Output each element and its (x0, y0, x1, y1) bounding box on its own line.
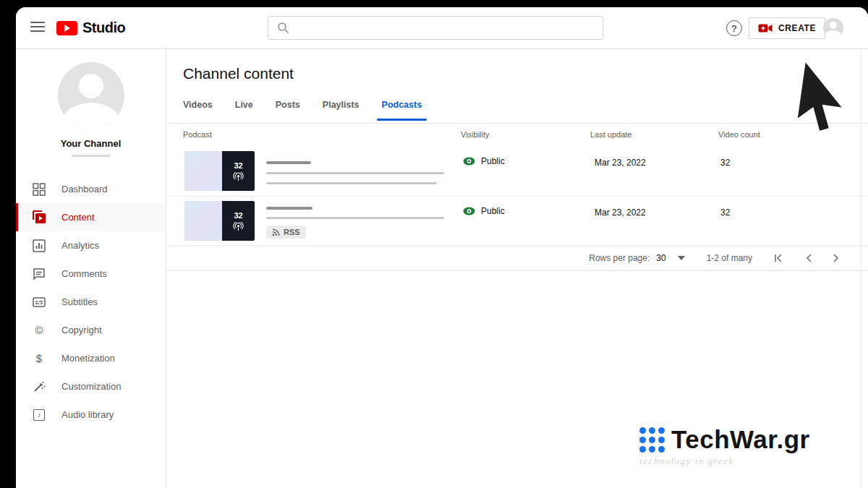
customization-icon (32, 380, 46, 394)
description-placeholder (266, 217, 444, 219)
help-icon: ? (731, 23, 737, 34)
last-update-value: Mar 23, 2022 (595, 207, 646, 218)
copyright-icon: © (32, 323, 46, 338)
podcast-icon (233, 222, 244, 231)
episode-count: 32 (234, 161, 242, 170)
first-page-icon (774, 254, 784, 262)
mouse-cursor-arrow-icon (793, 61, 859, 148)
create-button[interactable]: CREATE (749, 17, 825, 39)
sidebar-item-audio-library[interactable]: ♪ Audio library (16, 401, 166, 429)
column-header-visibility: Visibility (461, 130, 490, 139)
scrollbar-track[interactable] (861, 49, 861, 488)
sidebar-item-label: Subtitles (61, 296, 98, 307)
tab-playlists[interactable]: Playlists (323, 100, 359, 121)
sidebar-item-analytics[interactable]: Analytics (16, 231, 166, 260)
techwar-tagline: technology in greek (639, 455, 810, 467)
sidebar-menu: Dashboard Content (16, 175, 166, 429)
sidebar-item-monetization[interactable]: $ Monetization (16, 344, 166, 372)
content-icon (32, 210, 46, 225)
sidebar: Your Channel Dashboard (16, 49, 166, 488)
public-eye-icon (463, 157, 475, 166)
sidebar-item-comments[interactable]: Comments (16, 260, 166, 288)
rows-per-page-dropdown-icon[interactable] (678, 256, 685, 260)
podcast-thumbnail[interactable]: 32 (184, 201, 255, 241)
search-input[interactable] (297, 22, 603, 34)
podcast-icon (233, 172, 244, 181)
tab-posts[interactable]: Posts (276, 100, 300, 121)
sidebar-item-label: Copyright (61, 325, 102, 335)
column-header-video-count: Video count (718, 130, 760, 139)
title-placeholder (266, 207, 312, 210)
sidebar-item-label: Dashboard (61, 184, 108, 194)
dashboard-icon (32, 182, 46, 197)
public-eye-icon (463, 207, 475, 215)
comments-icon (32, 267, 46, 281)
tab-podcasts[interactable]: Podcasts (382, 100, 422, 121)
channel-avatar[interactable] (58, 62, 124, 129)
chevron-left-icon (806, 254, 812, 262)
channel-label: Your Channel (16, 138, 166, 149)
podcast-row[interactable]: 32 RSS (166, 197, 868, 246)
last-update-value: Mar 23, 2022 (595, 158, 646, 168)
chevron-right-icon (833, 254, 839, 262)
sidebar-item-copyright[interactable]: © Copyright (16, 316, 166, 344)
visibility-value: Public (481, 156, 505, 166)
subtitles-icon (32, 295, 46, 309)
techwar-watermark: TechWar.gr technology in greek (639, 425, 810, 467)
next-page-button[interactable] (833, 254, 839, 262)
podcast-thumbnail[interactable]: 32 (184, 151, 255, 191)
channel-name-placeholder (72, 155, 111, 157)
podcast-row[interactable]: 32 Public (166, 147, 868, 197)
analytics-icon (32, 239, 46, 253)
hamburger-menu-icon[interactable] (30, 22, 45, 33)
account-avatar[interactable] (823, 18, 843, 38)
youtube-logo-icon[interactable] (56, 21, 77, 35)
sidebar-item-label: Analytics (61, 240, 99, 251)
table-header-row: Podcast Visibility Last update Video cou… (166, 124, 868, 147)
sidebar-item-label: Content (61, 212, 95, 223)
top-bar: Studio ? CREATE (16, 7, 868, 49)
monetization-icon: $ (32, 351, 46, 366)
sidebar-item-label: Customization (61, 381, 121, 392)
help-button[interactable]: ? (726, 20, 742, 36)
sidebar-item-label: Monetization (61, 353, 115, 364)
techwar-dots-logo-icon (639, 427, 665, 453)
sidebar-item-subtitles[interactable]: Subtitles (16, 288, 166, 316)
pagination-bar: Rows per page: 30 1-2 of many (166, 246, 868, 271)
description-placeholder (266, 172, 444, 174)
column-header-podcast: Podcast (183, 130, 212, 139)
visibility-cell[interactable]: Public (463, 156, 505, 166)
sidebar-item-dashboard[interactable]: Dashboard (16, 175, 166, 203)
search-icon (277, 22, 289, 34)
rss-badge[interactable]: RSS (266, 226, 306, 239)
sidebar-item-content[interactable]: Content (16, 203, 166, 231)
rows-per-page-label: Rows per page: (589, 253, 650, 263)
visibility-cell[interactable]: Public (463, 206, 505, 216)
podcast-episode-overlay: 32 (222, 151, 255, 191)
column-header-last-update: Last update (590, 130, 632, 139)
rows-per-page-value[interactable]: 30 (656, 253, 665, 263)
sidebar-item-label: Comments (61, 268, 107, 279)
brand-title[interactable]: Studio (82, 20, 125, 36)
techwar-name: TechWar.gr (671, 425, 810, 454)
page-range-label: 1-2 of many (707, 253, 752, 263)
episode-count: 32 (234, 211, 242, 220)
studio-app-window: Studio ? CREATE Your Channel (16, 7, 868, 488)
tab-videos[interactable]: Videos (183, 100, 213, 121)
rss-badge-label: RSS (284, 228, 300, 236)
main-content: Channel content Videos Live Posts Playli… (166, 49, 868, 488)
content-tabs: Videos Live Posts Playlists Podcasts (183, 100, 422, 121)
tab-live[interactable]: Live (235, 100, 253, 121)
first-page-button[interactable] (774, 254, 784, 262)
visibility-value: Public (481, 206, 505, 216)
search-bar[interactable] (268, 16, 603, 40)
sidebar-item-customization[interactable]: Customization (16, 372, 166, 401)
sidebar-item-label: Audio library (61, 409, 114, 420)
podcast-episode-overlay: 32 (222, 201, 255, 241)
video-camera-plus-icon (758, 23, 773, 33)
podcast-artwork (184, 151, 222, 191)
rss-icon (272, 228, 280, 236)
previous-page-button[interactable] (806, 254, 812, 262)
create-button-label: CREATE (778, 23, 816, 33)
title-placeholder (266, 161, 311, 164)
